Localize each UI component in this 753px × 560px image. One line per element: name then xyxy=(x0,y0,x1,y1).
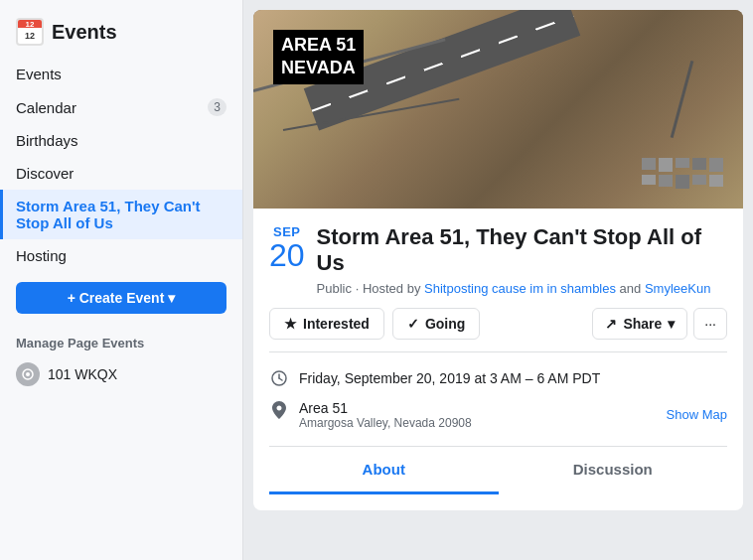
sidebar-item-birthdays[interactable]: Birthdays xyxy=(0,124,242,157)
event-card: AREA 51 NEVADA SEP 20 Storm Area 51, The… xyxy=(253,10,743,510)
datetime-row: Friday, September 20, 2019 at 3 AM – 6 A… xyxy=(269,360,727,396)
going-button[interactable]: ✓ Going xyxy=(392,308,480,340)
more-options-button[interactable]: ··· xyxy=(693,308,727,340)
event-day: 20 xyxy=(269,239,305,271)
sidebar-item-calendar[interactable]: Calendar 3 xyxy=(0,90,242,124)
event-title: Storm Area 51, They Can't Stop All of Us xyxy=(317,224,727,277)
page-avatar xyxy=(16,362,40,386)
taxiway-graphic xyxy=(671,61,694,138)
event-info: SEP 20 Storm Area 51, They Can't Stop Al… xyxy=(253,209,743,510)
event-host: Public · Hosted by Shitposting cause im … xyxy=(317,281,727,296)
location-details: Area 51 Amargosa Valley, Nevada 20908 xyxy=(299,400,472,430)
main-content: AREA 51 NEVADA SEP 20 Storm Area 51, The… xyxy=(243,0,753,560)
location-name: Area 51 xyxy=(299,400,472,416)
share-icon: ↗ xyxy=(605,316,617,332)
svg-line-4 xyxy=(279,378,282,380)
location-pin-icon xyxy=(269,400,289,420)
interested-button[interactable]: ★ Interested xyxy=(269,308,384,340)
chevron-down-icon: ▾ xyxy=(168,290,175,306)
sidebar-item-discover[interactable]: Discover xyxy=(0,157,242,190)
sidebar-header: 12 12 Events xyxy=(0,10,242,58)
location-left: Area 51 Amargosa Valley, Nevada 20908 xyxy=(269,400,472,430)
location-row: Area 51 Amargosa Valley, Nevada 20908 Sh… xyxy=(269,396,727,438)
create-event-button[interactable]: + Create Event ▾ xyxy=(16,282,226,314)
event-image-text-overlay: AREA 51 NEVADA xyxy=(273,30,364,84)
event-title-block: Storm Area 51, They Can't Stop All of Us… xyxy=(317,224,727,296)
show-map-link[interactable]: Show Map xyxy=(667,407,727,422)
host2-link[interactable]: SmyleeKun xyxy=(645,281,710,296)
share-more-group: ↗ Share ▾ ··· xyxy=(592,308,727,340)
clock-icon xyxy=(269,368,289,388)
divider xyxy=(269,351,727,352)
star-icon: ★ xyxy=(284,316,297,332)
location-detail: Amargosa Valley, Nevada 20908 xyxy=(299,416,472,430)
radio-icon xyxy=(21,367,35,381)
datetime-text: Friday, September 20, 2019 at 3 AM – 6 A… xyxy=(299,370,600,386)
event-image: AREA 51 NEVADA xyxy=(253,10,743,209)
svg-point-1 xyxy=(26,372,30,376)
calendar-icon-top: 12 xyxy=(18,20,42,28)
action-buttons-group: ★ Interested ✓ Going xyxy=(269,308,480,340)
sidebar-item-active-event[interactable]: Storm Area 51, They Can't Stop All of Us xyxy=(0,190,242,239)
share-button[interactable]: ↗ Share ▾ xyxy=(592,308,687,340)
event-date-block: SEP 20 xyxy=(269,224,305,271)
calendar-icon: 12 12 xyxy=(16,18,44,46)
sidebar-item-events[interactable]: Events xyxy=(0,58,242,90)
manage-page-events-label: Manage Page Events xyxy=(0,324,242,356)
tab-about[interactable]: About xyxy=(269,447,499,494)
calendar-badge: 3 xyxy=(208,98,226,116)
chevron-down-icon: ▾ xyxy=(668,316,675,332)
event-actions: ★ Interested ✓ Going ↗ Share ▾ · xyxy=(269,308,727,340)
sidebar-item-hosting[interactable]: Hosting xyxy=(0,239,242,272)
sidebar-title: Events xyxy=(52,21,117,44)
page-item-wkqx[interactable]: 101 WKQX xyxy=(0,356,242,392)
host1-link[interactable]: Shitposting cause im in shambles xyxy=(424,281,616,296)
check-icon: ✓ xyxy=(407,316,419,332)
buildings-graphic xyxy=(642,158,723,189)
event-date-row: SEP 20 Storm Area 51, They Can't Stop Al… xyxy=(269,224,727,296)
ellipsis-icon: ··· xyxy=(704,316,716,332)
tab-discussion[interactable]: Discussion xyxy=(499,447,728,494)
sidebar: 12 12 Events Events Calendar 3 Birthdays… xyxy=(0,0,243,560)
event-tabs: About Discussion xyxy=(269,446,727,494)
